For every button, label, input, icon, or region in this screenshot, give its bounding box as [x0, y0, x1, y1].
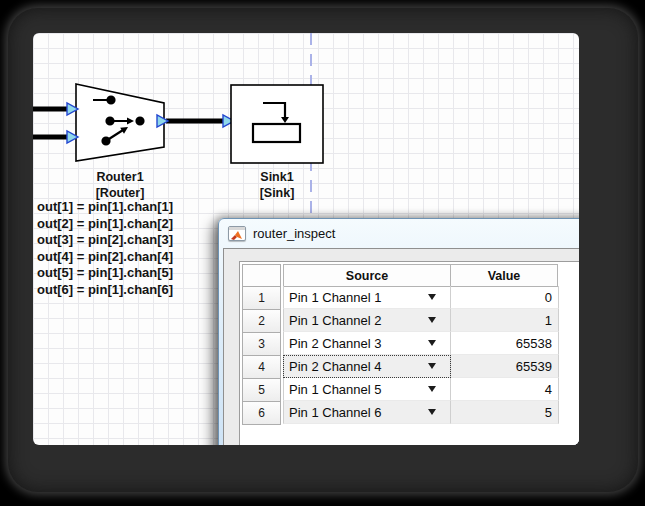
dialog-title: router_inspect: [253, 226, 335, 241]
router-name: Router1: [65, 169, 175, 185]
dropdown-arrow-icon[interactable]: [428, 340, 436, 346]
source-label: Pin 2 Channel 3: [289, 336, 382, 351]
table-row: 5 Pin 1 Channel 5 4: [242, 378, 579, 401]
router-block-label[interactable]: Router1 [Router]: [65, 169, 175, 201]
sink-name: Sink1: [222, 169, 332, 185]
value-cell[interactable]: 0: [451, 286, 559, 309]
value-cell[interactable]: 65538: [451, 332, 559, 355]
annotation-line: out[6] = pin[1].chan[6]: [37, 282, 173, 299]
source-dropdown-cell[interactable]: Pin 1 Channel 2: [283, 309, 451, 332]
value-cell[interactable]: 1: [451, 309, 559, 332]
router-inspect-dialog: router_inspect Source Value 1 Pin 1 Chan…: [218, 218, 579, 445]
simulink-canvas[interactable]: Router1 [Router] Sink1 [Sink] out[1] = p…: [33, 33, 579, 445]
table-body: 1 Pin 1 Channel 1 0 2 Pin 1 Channel 2: [242, 286, 579, 424]
row-number: 3: [242, 332, 281, 356]
value-cell[interactable]: 4: [451, 378, 559, 401]
column-header-source: Source: [283, 264, 451, 287]
annotation-line: out[4] = pin[2].chan[4]: [37, 249, 173, 266]
table-header-row: Source Value: [242, 264, 579, 286]
screenshot-frame: Router1 [Router] Sink1 [Sink] out[1] = p…: [8, 8, 638, 492]
row-number: 1: [242, 286, 281, 310]
source-label: Pin 2 Channel 4: [289, 359, 382, 374]
dialog-content: Source Value 1 Pin 1 Channel 1 0: [223, 248, 579, 445]
corner-cell: [242, 264, 281, 287]
value-cell[interactable]: 65539: [451, 355, 559, 378]
row-number: 4: [242, 355, 281, 379]
table-row: 6 Pin 1 Channel 6 5: [242, 401, 579, 424]
matlab-icon: [228, 226, 246, 241]
dialog-titlebar[interactable]: router_inspect: [219, 219, 579, 247]
dropdown-arrow-icon[interactable]: [428, 363, 436, 369]
source-dropdown-cell[interactable]: Pin 1 Channel 6: [283, 401, 451, 424]
source-dropdown-cell[interactable]: Pin 1 Channel 5: [283, 378, 451, 401]
sink-block-label[interactable]: Sink1 [Sink]: [222, 169, 332, 201]
table-row: 4 Pin 2 Channel 4 65539: [242, 355, 579, 378]
source-label: Pin 1 Channel 1: [289, 290, 382, 305]
source-label: Pin 1 Channel 6: [289, 405, 382, 420]
value-cell[interactable]: 5: [451, 401, 559, 424]
source-label: Pin 1 Channel 5: [289, 382, 382, 397]
source-dropdown-cell[interactable]: Pin 1 Channel 1: [283, 286, 451, 309]
router-block[interactable]: [76, 84, 164, 161]
row-number: 5: [242, 378, 281, 402]
source-dropdown-cell[interactable]: Pin 2 Channel 3: [283, 332, 451, 355]
dropdown-arrow-icon[interactable]: [428, 409, 436, 415]
table-row: 1 Pin 1 Channel 1 0: [242, 286, 579, 309]
row-number: 6: [242, 401, 281, 425]
routing-annotation[interactable]: out[1] = pin[1].chan[1]out[2] = pin[1].c…: [37, 199, 173, 298]
annotation-line: out[1] = pin[1].chan[1]: [37, 199, 173, 216]
inspector-table: Source Value 1 Pin 1 Channel 1 0: [239, 261, 579, 445]
sink-type: [Sink]: [222, 185, 332, 201]
table-row: 2 Pin 1 Channel 2 1: [242, 309, 579, 332]
row-number: 2: [242, 309, 281, 333]
annotation-line: out[2] = pin[1].chan[2]: [37, 216, 173, 233]
source-dropdown-cell[interactable]: Pin 2 Channel 4: [283, 355, 451, 378]
annotation-line: out[5] = pin[1].chan[5]: [37, 265, 173, 282]
table-row: 3 Pin 2 Channel 3 65538: [242, 332, 579, 355]
column-header-value: Value: [450, 264, 558, 287]
annotation-line: out[3] = pin[2].chan[3]: [37, 232, 173, 249]
source-label: Pin 1 Channel 2: [289, 313, 382, 328]
dropdown-arrow-icon[interactable]: [428, 317, 436, 323]
dropdown-arrow-icon[interactable]: [428, 386, 436, 392]
dropdown-arrow-icon[interactable]: [428, 294, 436, 300]
